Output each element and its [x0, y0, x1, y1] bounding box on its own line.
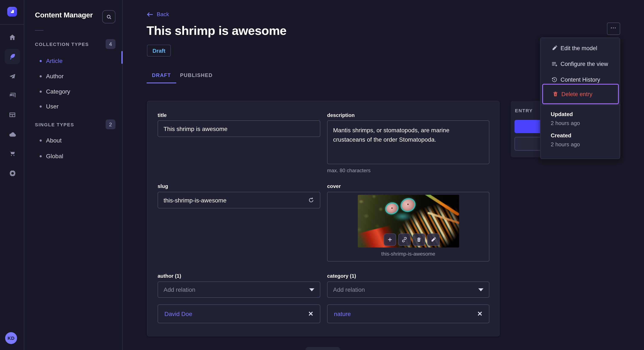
bullet-icon: [40, 90, 42, 93]
category-relation-placeholder: Add relation: [333, 286, 365, 293]
slug-input-value: this-shrimp-is-awesome: [164, 197, 226, 203]
sidebar-item-global[interactable]: Global: [35, 151, 116, 161]
nav-content-type-builder-icon[interactable]: [5, 107, 20, 123]
nav-media-library-icon[interactable]: [5, 88, 20, 103]
chevron-down-icon: [478, 288, 484, 291]
bullet-icon: [40, 60, 42, 62]
nav-content-manager-icon[interactable]: [5, 49, 20, 64]
author-relation-combobox[interactable]: Add relation: [158, 282, 320, 298]
app-window: KD Content Manager COLLECTION TYPES 4 Ar…: [0, 0, 644, 350]
category-relation-item: nature ✕: [327, 305, 490, 323]
menu-item-label: Content History: [560, 76, 600, 83]
cover-field-label: cover: [327, 183, 490, 189]
tab-draft[interactable]: DRAFT: [146, 68, 176, 82]
slug-input[interactable]: this-shrimp-is-awesome: [158, 192, 320, 208]
search-icon: [106, 14, 112, 20]
bullet-icon: [40, 155, 42, 157]
description-field-label: description: [327, 112, 490, 118]
nav-marketplace-icon[interactable]: [5, 146, 20, 161]
menu-item-label: Delete entry: [561, 91, 592, 97]
description-helper: max. 80 characters: [327, 168, 490, 174]
page-title: This shrimp is awesome: [146, 24, 286, 38]
refresh-icon: [308, 197, 314, 203]
sidebar-item-user[interactable]: User: [35, 102, 116, 111]
back-link[interactable]: Back: [147, 11, 169, 17]
sidebar-item-author[interactable]: Author: [35, 71, 116, 81]
configure-list-icon: [551, 61, 558, 67]
tab-published[interactable]: PUBLISHED: [176, 68, 216, 82]
single-types-count: 2: [106, 120, 116, 129]
history-clock-icon: [551, 76, 558, 83]
menu-item-delete-entry[interactable]: Delete entry: [542, 84, 619, 104]
slug-field-label: slug: [158, 183, 320, 189]
sidebar-item-label: Article: [46, 57, 62, 64]
title-input-value: This shrimp is awesome: [164, 125, 228, 132]
cover-field-card: this-shrimp-is-awesome: [327, 192, 490, 262]
collection-types-count: 4: [106, 39, 116, 49]
trash-icon: [416, 237, 422, 242]
sidebar-item-category[interactable]: Category: [35, 87, 116, 96]
edit-asset-button[interactable]: [427, 233, 440, 246]
author-relation-placeholder: Add relation: [164, 286, 195, 293]
actions-menu: Edit the model Configure the view Conten…: [540, 37, 620, 159]
sidebar-item-article[interactable]: Article: [35, 56, 116, 65]
pencil-icon: [551, 45, 558, 51]
sidebar-scrollbar-thumb[interactable]: [122, 51, 123, 64]
more-actions-button[interactable]: ⋯: [607, 22, 620, 35]
author-relation-item: David Doe ✕: [158, 305, 320, 323]
add-asset-button[interactable]: [384, 233, 396, 246]
scroll-pill[interactable]: [306, 347, 340, 350]
remove-author-button[interactable]: ✕: [308, 310, 314, 318]
edit-form-panel: title This shrimp is awesome description…: [147, 101, 500, 336]
category-relation-combobox[interactable]: Add relation: [327, 282, 490, 298]
cover-caption: this-shrimp-is-awesome: [328, 251, 489, 257]
strapi-logo-icon: [9, 8, 15, 15]
nav-home-icon[interactable]: [5, 30, 20, 45]
menu-item-configure-view[interactable]: Configure the view: [540, 56, 620, 71]
cover-actions: [384, 233, 440, 246]
pencil-icon: [430, 237, 436, 242]
menu-divider: [540, 105, 620, 105]
sidebar-item-label: About: [46, 137, 62, 144]
trash-icon: [552, 91, 558, 97]
strapi-logo[interactable]: [7, 7, 17, 16]
link-icon: [402, 237, 407, 242]
menu-item-label: Edit the model: [560, 45, 597, 51]
menu-item-edit-model[interactable]: Edit the model: [540, 40, 620, 56]
rail-divider: [0, 24, 24, 25]
nav-releases-icon[interactable]: [5, 69, 20, 84]
bullet-icon: [40, 139, 42, 141]
updated-value: 2 hours ago: [551, 120, 580, 126]
collection-types-heading: COLLECTION TYPES: [35, 42, 89, 47]
copy-link-button[interactable]: [398, 233, 410, 246]
sidebar-item-label: User: [46, 103, 58, 110]
title-field-label: title: [158, 112, 320, 118]
regenerate-slug-button[interactable]: [308, 197, 314, 203]
arrow-left-icon: [147, 12, 153, 17]
search-button[interactable]: [102, 10, 116, 23]
plus-icon: [387, 237, 393, 242]
updated-label: Updated: [551, 111, 573, 117]
sidebar-item-label: Author: [46, 73, 64, 80]
delete-asset-button[interactable]: [413, 233, 425, 246]
status-badge: Draft: [147, 45, 171, 57]
entry-panel-heading: ENTRY: [515, 108, 533, 113]
author-relation-link[interactable]: David Doe: [164, 311, 192, 317]
description-textarea[interactable]: Mantis shrimps, or stomatopods, are mari…: [327, 120, 490, 164]
nav-settings-icon[interactable]: [5, 166, 20, 181]
sidebar-title: Content Manager: [35, 11, 93, 19]
category-field-label: category (1): [327, 273, 490, 279]
chevron-down-icon: [309, 288, 314, 291]
title-input[interactable]: This shrimp is awesome: [158, 120, 320, 137]
remove-category-button[interactable]: ✕: [477, 310, 482, 318]
bullet-icon: [40, 75, 42, 77]
main-nav-rail: KD: [0, 0, 24, 350]
user-avatar[interactable]: KD: [5, 332, 17, 344]
single-types-heading: SINGLE TYPES: [35, 122, 74, 127]
sidebar-divider: [35, 30, 44, 31]
description-value: Mantis shrimps, or stomatopods, are mari…: [333, 127, 449, 143]
category-relation-link[interactable]: nature: [334, 311, 351, 317]
nav-deploy-icon[interactable]: [5, 127, 20, 142]
sidebar-item-about[interactable]: About: [35, 136, 116, 145]
active-tab-underline: [146, 82, 176, 83]
